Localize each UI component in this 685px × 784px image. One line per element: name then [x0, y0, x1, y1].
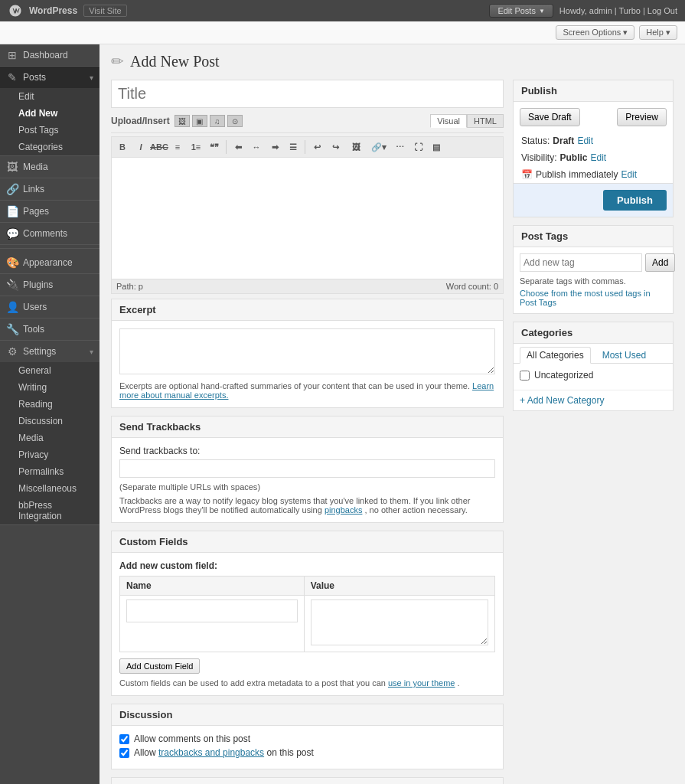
- sidebar-item-tools[interactable]: 🔧 Tools: [0, 318, 99, 340]
- visual-tab[interactable]: Visual: [430, 114, 467, 128]
- add-custom-field-button[interactable]: Add Custom Field: [119, 658, 200, 674]
- excerpt-textarea[interactable]: [119, 328, 495, 374]
- cf-name-input[interactable]: [126, 599, 298, 622]
- align-left-button[interactable]: ⬅: [230, 139, 246, 155]
- publish-box: Publish Save Draft Preview Status: Draft…: [513, 80, 674, 217]
- link-button[interactable]: 🔗▾: [368, 139, 390, 155]
- upload-audio-icon[interactable]: ♫: [210, 115, 225, 127]
- save-draft-button[interactable]: Save Draft: [520, 108, 580, 126]
- fullscreen-button[interactable]: ⛶: [409, 139, 426, 155]
- edit-posts-button[interactable]: Edit Posts ▼: [489, 4, 553, 18]
- status-edit-link[interactable]: Edit: [577, 136, 593, 146]
- sidebar-item-bbpress[interactable]: bbPress Integration: [0, 497, 99, 524]
- trackback-info: Trackbacks are a way to notify legacy bl…: [119, 496, 495, 514]
- italic-button[interactable]: I: [132, 139, 149, 155]
- trackback-separate-note: Separate multiple URLs with spaces: [122, 482, 258, 492]
- tags-input[interactable]: [520, 253, 642, 272]
- sidebar-item-permalinks[interactable]: Permalinks: [0, 463, 99, 480]
- trackbacks-pingbacks-link[interactable]: trackbacks and pingbacks: [158, 747, 264, 758]
- cf-value-textarea[interactable]: [311, 599, 488, 645]
- main-content: ✏ Add New Post Upload/Insert 🖼 ▣ ♫ ⊙: [99, 44, 685, 784]
- visibility-label: Visibility:: [521, 152, 556, 163]
- pingbacks-link[interactable]: pingbacks: [325, 505, 363, 514]
- screen-options-button[interactable]: Screen Options ▾: [556, 25, 634, 40]
- secondary-bar: Screen Options ▾ Help ▾: [0, 21, 685, 44]
- sidebar-item-reading[interactable]: Reading: [0, 396, 99, 413]
- admin-bar: WordPress Visit Site Edit Posts ▼ Howdy,…: [0, 0, 685, 21]
- sidebar-item-edit[interactable]: Edit: [0, 88, 99, 105]
- add-new-category-link[interactable]: + Add New Category: [514, 390, 673, 410]
- sidebar-item-plugins[interactable]: 🔌 Plugins: [0, 274, 99, 296]
- log-out-link[interactable]: Log Out: [647, 6, 677, 15]
- trackback-label: Send trackbacks to:: [119, 446, 495, 456]
- image-button[interactable]: 🖼: [345, 139, 367, 155]
- sidebar-item-writing[interactable]: Writing: [0, 379, 99, 396]
- blockquote-button[interactable]: ❝❞: [206, 139, 223, 155]
- sidebar-item-media[interactable]: 🖼 Media: [0, 156, 99, 178]
- allow-trackbacks-checkbox[interactable]: [119, 748, 129, 758]
- visibility-edit-link[interactable]: Edit: [590, 152, 606, 163]
- sidebar-item-pages[interactable]: 📄 Pages: [0, 201, 99, 222]
- unordered-list-button[interactable]: ≡: [169, 139, 186, 155]
- upload-icons: 🖼 ▣ ♫ ⊙: [175, 115, 243, 127]
- use-in-theme-link[interactable]: use in your theme: [388, 678, 455, 688]
- add-tag-button[interactable]: Add: [645, 253, 675, 272]
- howdy-text: Howdy, admin | Turbo | Log Out: [559, 6, 677, 15]
- most-used-tab[interactable]: Most Used: [595, 347, 653, 363]
- ordered-list-button[interactable]: 1≡: [188, 139, 204, 155]
- upload-video-icon[interactable]: ▣: [192, 115, 207, 127]
- trackbacks-header: Send Trackbacks: [112, 416, 503, 438]
- upload-image-icon[interactable]: 🖼: [175, 115, 190, 127]
- post-tags-body: Add Separate tags with commas. Choose fr…: [514, 247, 673, 313]
- content-wrap: Upload/Insert 🖼 ▣ ♫ ⊙ Visual HTML B: [111, 80, 674, 784]
- trackback-input[interactable]: [119, 459, 495, 478]
- sidebar-item-miscellaneous[interactable]: Miscellaneous: [0, 480, 99, 497]
- visit-site-link[interactable]: Visit Site: [83, 5, 127, 17]
- sidebar-item-links[interactable]: 🔗 Links: [0, 178, 99, 200]
- sidebar-item-general[interactable]: General: [0, 362, 99, 379]
- post-title-input[interactable]: [111, 80, 504, 108]
- sidebar-item-categories[interactable]: Categories: [0, 139, 99, 155]
- publish-time-edit-link[interactable]: Edit: [621, 169, 637, 180]
- sidebar-item-posts[interactable]: ✎ Posts ▾: [0, 67, 99, 88]
- preview-button[interactable]: Preview: [617, 108, 667, 126]
- upload-media-icon[interactable]: ⊙: [227, 115, 243, 127]
- publish-button[interactable]: Publish: [603, 190, 667, 211]
- sidebar-item-dashboard[interactable]: ⊞ Dashboard: [0, 44, 99, 66]
- allow-comments-label: Allow comments on this post: [134, 733, 250, 744]
- category-checkbox[interactable]: [520, 371, 530, 381]
- all-categories-tab[interactable]: All Categories: [520, 347, 591, 364]
- admin-user-link[interactable]: admin: [589, 6, 612, 15]
- excerpt-note: Excerpts are optional hand-crafted summa…: [119, 381, 495, 400]
- post-tags-box: Post Tags Add Separate tags with commas.…: [513, 225, 674, 314]
- editor-footer: Path: p Word count: 0: [111, 279, 504, 294]
- strikethrough-button[interactable]: ABC: [151, 139, 168, 155]
- sidebar-item-add-new[interactable]: Add New: [0, 105, 99, 122]
- sidebar-item-discussion[interactable]: Discussion: [0, 413, 99, 430]
- allow-trackbacks-item: Allow trackbacks and pingbacks on this p…: [119, 747, 495, 758]
- align-justify-button[interactable]: ☰: [285, 139, 302, 155]
- bold-button[interactable]: B: [114, 139, 131, 155]
- redo-button[interactable]: ↪: [327, 139, 344, 155]
- turbo-link[interactable]: Turbo: [619, 6, 641, 15]
- sidebar-item-settings[interactable]: ⚙ Settings ▾: [0, 341, 99, 362]
- align-center-button[interactable]: ↔: [248, 139, 265, 155]
- settings-arrow-icon: ▾: [90, 348, 93, 356]
- more-button[interactable]: ⋯: [391, 139, 408, 155]
- allow-comments-checkbox[interactable]: [119, 734, 129, 744]
- custom-fields-body: Add new custom field: Name Value: [112, 553, 503, 695]
- sidebar-item-appearance[interactable]: 🎨 Appearance: [0, 252, 99, 273]
- sidebar-item-comments[interactable]: 💬 Comments: [0, 223, 99, 244]
- editor-body[interactable]: [111, 157, 504, 279]
- undo-button[interactable]: ↩: [308, 139, 325, 155]
- sidebar-item-privacy[interactable]: Privacy: [0, 446, 99, 463]
- help-button[interactable]: Help ▾: [639, 25, 677, 40]
- most-used-tags-link[interactable]: Choose from the most used tags in Post T…: [520, 289, 667, 307]
- align-right-button[interactable]: ➡: [266, 139, 283, 155]
- sidebar-item-users[interactable]: 👤 Users: [0, 296, 99, 318]
- publish-box-header: Publish: [514, 80, 673, 102]
- toolbar-toggle-button[interactable]: ▤: [428, 139, 445, 155]
- sidebar-item-post-tags[interactable]: Post Tags: [0, 122, 99, 139]
- html-tab[interactable]: HTML: [467, 114, 504, 128]
- sidebar-item-media[interactable]: Media: [0, 430, 99, 446]
